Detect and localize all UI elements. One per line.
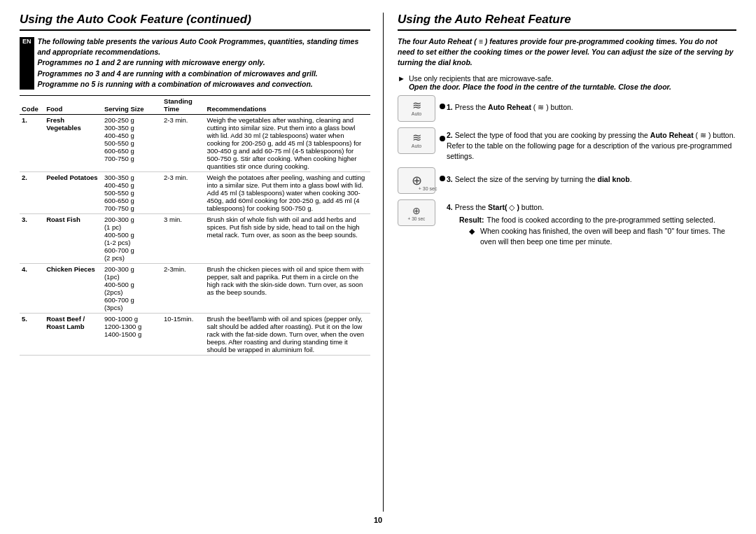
knob-icon: ⊕ [412,174,422,188]
intro-block: EN The following table presents the vari… [20,36,370,90]
step3-num: 3. [447,175,453,183]
step2-num: 2. [447,131,453,139]
row4-recs: Brush the chicken pieces with oil and sp… [205,264,370,314]
auto-cook-table: Code Food Serving Size StandingTime Reco… [20,95,370,356]
intro-text-2: Programmes no 1 and 2 are running with m… [38,58,265,66]
page-number: 10 [20,512,736,524]
step1-text: Press the Auto Reheat ( ≋ ) button. [455,103,573,111]
right-section-title: Using the Auto Reheat Feature [398,13,736,31]
step4-button-wrapper: ⊕ + 30 sec [398,199,435,226]
step1-num: 1. [447,103,453,111]
result-text: The food is cooked according to the pre-… [487,215,715,225]
col-food: Food [44,96,102,115]
intro-text-1: The following table presents the various… [38,37,359,56]
en-badge: EN [20,37,34,90]
step2-text: Select the type of food that you are coo… [447,131,735,160]
row2-serving: 300-350 g 400-450 g 500-550 g 600-650 g … [102,172,162,214]
row5-num: 5. [20,314,44,356]
result-block: Result: The food is cooked according to … [459,215,736,247]
auto-reheat-button-2: ≋ Auto [398,127,435,154]
row4-serving: 200-300 g (1pc) 400-500 g (2pcs) 600-700… [102,264,162,314]
step-1: ≋ Auto 1. Press the Auto Reheat ( ≋ ) bu… [398,95,736,122]
row5-serving: 900-1000 g 1200-1300 g 1400-1500 g [102,314,162,356]
intro-text-4: Programme no 5 is running with a combina… [38,80,313,88]
cassette-icon: ► [398,74,405,83]
dial-knob-button: ⊕ + 30 sec [398,167,435,194]
row2-food: Peeled Potatoes [44,172,102,214]
table-row: 3. Roast Fish 200-300 g (1 pc) 400-500 g… [20,214,370,264]
row1-food: Fresh Vegetables [44,115,102,172]
row3-recs: Brush skin of whole fish with oil and ad… [205,214,370,264]
col-serving: Serving Size [102,96,162,115]
row2-num: 2. [20,172,44,214]
row1-standing: 2-3 min. [162,115,204,172]
left-section-title: Using the Auto Cook Feature (continued) [20,13,370,31]
step3-button-wrapper: ⊕ + 30 sec [398,167,435,194]
note-text: Use only recipients that are microwave-s… [409,74,554,83]
col-standing: StandingTime [162,96,204,115]
start-button: ⊕ + 30 sec [398,199,435,226]
page: Using the Auto Cook Feature (continued) … [0,0,756,534]
step4-num: 4. [447,203,453,211]
step-4: ⊕ + 30 sec 4. Press the Start( ◇ ) butto… [398,199,736,246]
note-bold: Open the door. Place the food in the cen… [409,83,671,91]
step-3: ⊕ + 30 sec 3. Select the size of the ser… [398,167,736,194]
row2-standing: 2-3 min. [162,172,204,214]
table-row: 4. Chicken Pieces 200-300 g (1pc) 400-50… [20,264,370,314]
step1-button-wrapper: ≋ Auto [398,95,435,122]
step2-button-wrapper: ≋ Auto [398,127,435,154]
row4-standing: 2-3min. [162,264,204,314]
table-row: 2. Peeled Potatoes 300-350 g 400-450 g 5… [20,172,370,214]
row2-recs: Weigh the potatoes after peeling, washin… [205,172,370,214]
row3-serving: 200-300 g (1 pc) 400-500 g (1-2 pcs) 600… [102,214,162,264]
diamond-icon: ◆ [469,226,475,246]
step3-dot [440,176,445,181]
row5-standing: 10-15min. [162,314,204,356]
diamond-text: When cooking has finished, the oven will… [480,226,736,246]
step4-text: Press the Start( ◇ ) button. [455,203,544,211]
auto-cook-table-wrapper: Code Food Serving Size StandingTime Reco… [20,95,370,512]
intro-text-3: Programmes no 3 and 4 are running with a… [38,69,318,78]
table-row: 1. Fresh Vegetables 200-250 g 300-350 g … [20,115,370,172]
row1-serving: 200-250 g 300-350 g 400-450 g 500-550 g … [102,115,162,172]
left-column: Using the Auto Cook Feature (continued) … [20,13,384,512]
step1-dot [440,104,445,109]
row3-food: Roast Fish [44,214,102,264]
row3-standing: 3 min. [162,214,204,264]
col-recs: Recommendations [205,96,370,115]
diamond-result: ◆ When cooking has finished, the oven wi… [469,226,736,246]
step-2: ≋ Auto 2. Select the type of food that y… [398,127,736,162]
row1-num: 1. [20,115,44,172]
result-label: Result: [459,215,484,225]
step2-dot [440,136,445,141]
right-column: Using the Auto Reheat Feature The four A… [384,13,736,512]
row1-recs: Weigh the vegetables after washing, clea… [205,115,370,172]
table-row: 5. Roast Beef / Roast Lamb 900-1000 g 12… [20,314,370,356]
row3-num: 3. [20,214,44,264]
steps-area: ≋ Auto 1. Press the Auto Reheat ( ≋ ) bu… [398,95,736,512]
row5-recs: Brush the beef/lamb with oil and spices … [205,314,370,356]
step3-text: Select the size of the serving by turnin… [455,175,632,183]
note-block: ► Use only recipients that are microwave… [398,74,736,91]
row4-food: Chicken Pieces [44,264,102,314]
row5-food: Roast Beef / Roast Lamb [44,314,102,356]
right-intro: The four Auto Reheat ( ≡ ) features prov… [398,36,736,69]
row4-num: 4. [20,264,44,314]
auto-reheat-button-1: ≋ Auto [398,95,435,122]
col-code: Code [20,96,44,115]
